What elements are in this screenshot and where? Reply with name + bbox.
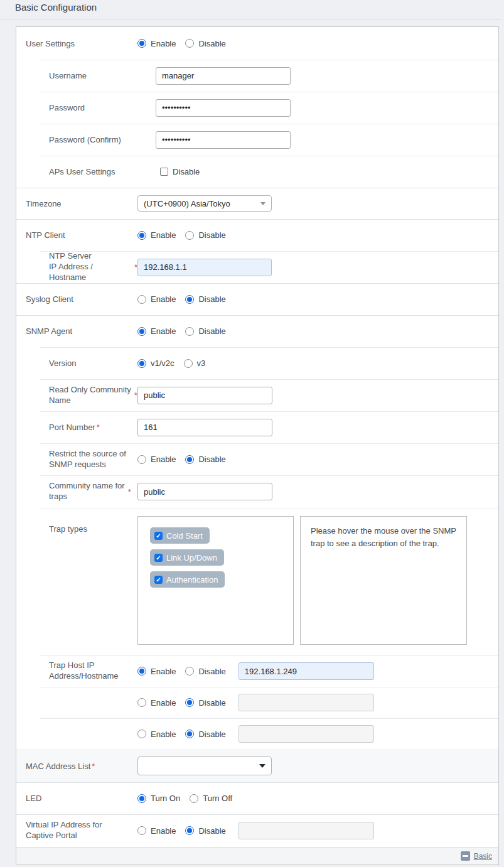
radio-dot [139,41,144,46]
ntp-server-input[interactable] [137,259,272,276]
username-label: Username [49,71,87,80]
row-ntp-server: NTP Server IP Address / Hostname * [16,251,498,283]
trap-host-2-input[interactable] [239,694,374,711]
password-label: Password [49,103,85,112]
radio-dot [139,329,144,334]
trap-host-1-input[interactable] [239,662,374,680]
read-only-community-input[interactable] [137,387,272,404]
syslog-client-label: Syslog Client [26,294,73,304]
row-user-settings: User Settings Enable Disable [16,27,498,60]
trap-link-updown-button[interactable]: Link Up/Down [150,549,224,566]
row-trap-types: Trap types Cold StartLink Up/DownAuthent… [16,508,498,655]
timezone-label: Timezone [26,199,62,208]
radio-dot [187,700,192,705]
aps-user-settings-label: APs User Settings [49,167,115,176]
enable-label: Enable [151,698,176,708]
row-trap-host-1: Trap Host IP Address/Hostname Enable Dis… [16,655,498,687]
enable-label: Enable [151,455,176,464]
ntp-client-enable-radio[interactable] [137,231,146,240]
led-turn-off-label: Turn Off [203,794,232,803]
virtual-ip-input[interactable] [239,822,374,839]
snmp-disable-radio[interactable] [185,327,194,336]
led-turn-off-radio[interactable] [190,794,198,803]
title-divider [0,19,501,19]
basic-section-link[interactable]: Basic [474,852,492,861]
enable-label: Enable [151,730,176,739]
panel-footer: Basic [16,847,498,864]
mac-address-list-select[interactable] [137,757,272,775]
row-syslog-client: Syslog Client Enable Disable [16,283,498,315]
port-number-label: Port Number [49,423,95,432]
trap-type-buttons-box: Cold StartLink Up/DownAuthentication [137,516,294,645]
row-password: Password [16,92,498,124]
ntp-client-disable-radio[interactable] [185,231,194,240]
led-turn-on-label: Turn On [151,794,180,803]
row-ntp-client: NTP Client Enable Disable [16,219,498,251]
syslog-disable-radio[interactable] [185,295,194,304]
trap-host-3-enable-radio[interactable] [137,730,146,738]
row-aps-user-settings: APs User Settings Disable [16,156,498,188]
port-number-input[interactable] [137,419,272,436]
row-virtual-ip: Virtual IP Address for Captive Portal En… [16,814,498,847]
radio-dot [139,233,144,238]
virtual-ip-disable-radio[interactable] [185,826,194,835]
configuration-panel: User Settings Enable Disable Username Pa… [16,26,499,865]
timezone-select[interactable]: (UTC+0900) Asia/Tokyo [137,195,272,212]
led-turn-on-radio[interactable] [137,794,146,803]
version-v3-radio[interactable] [184,359,193,368]
virtual-ip-enable-radio[interactable] [137,826,146,835]
row-mac-address-list: MAC Address List * [16,750,498,782]
snmp-agent-label: SNMP Agent [26,326,72,336]
read-only-community-label: Read Only Community Name [49,385,131,406]
trap-community-label: Community name for traps [49,481,125,502]
trap-host-1-disable-radio[interactable] [185,667,194,676]
checked-checkbox-icon[interactable] [154,576,163,584]
restrict-disable-radio[interactable] [185,455,194,464]
trap-host-2-enable-radio[interactable] [137,698,146,707]
radio-dot [139,669,144,674]
minus-bar [463,855,468,857]
aps-disable-label: Disable [173,167,200,176]
trap-host-3-disable-radio[interactable] [185,730,194,738]
disable-label: Disable [198,230,225,240]
username-input[interactable] [156,67,291,85]
password-confirm-input[interactable] [156,131,291,149]
virtual-ip-label: Virtual IP Address for Captive Portal [26,820,102,841]
required-asterisk: * [97,423,100,432]
page-title: Basic Configuration [15,2,97,13]
radio-dot [187,297,192,302]
chevron-down-icon [260,202,265,205]
radio-dot [187,828,192,833]
trap-cold-start-button[interactable]: Cold Start [150,527,210,544]
disable-label: Disable [198,455,225,464]
version-v3-label: v3 [197,358,206,368]
trap-host-1-enable-radio[interactable] [137,667,146,676]
trap-authentication-button[interactable]: Authentication [150,571,225,588]
syslog-enable-radio[interactable] [137,295,146,304]
user-settings-label: User Settings [26,39,75,48]
aps-disable-checkbox[interactable] [160,168,168,176]
trap-host-3-input[interactable] [239,725,374,743]
row-snmp-agent: SNMP Agent Enable Disable [16,315,498,347]
basic-configuration-page: Basic Configuration User Settings Enable… [0,0,504,867]
trap-host-label: Trap Host IP Address/Hostname [49,660,119,682]
disable-label: Disable [198,730,225,739]
enable-label: Enable [151,294,176,304]
trap-types-container: Cold StartLink Up/DownAuthentication Ple… [137,516,467,645]
disable-label: Disable [198,698,225,708]
restrict-enable-radio[interactable] [137,455,146,464]
user-settings-disable-radio[interactable] [185,39,194,48]
trap-host-2-disable-radio[interactable] [185,698,194,707]
version-v1v2c-radio[interactable] [137,359,146,368]
password-input[interactable] [156,99,291,117]
checked-checkbox-icon[interactable] [154,554,163,562]
row-password-confirm: Password (Confirm) [16,124,498,156]
checked-checkbox-icon[interactable] [154,532,163,540]
snmp-enable-radio[interactable] [137,327,146,336]
row-trap-community: Community name for traps * [16,475,498,508]
collapse-minus-icon[interactable] [461,851,470,861]
user-settings-enable-radio[interactable] [137,39,146,48]
trap-community-input[interactable] [137,483,272,500]
radio-dot [187,731,192,736]
radio-dot [139,796,144,801]
